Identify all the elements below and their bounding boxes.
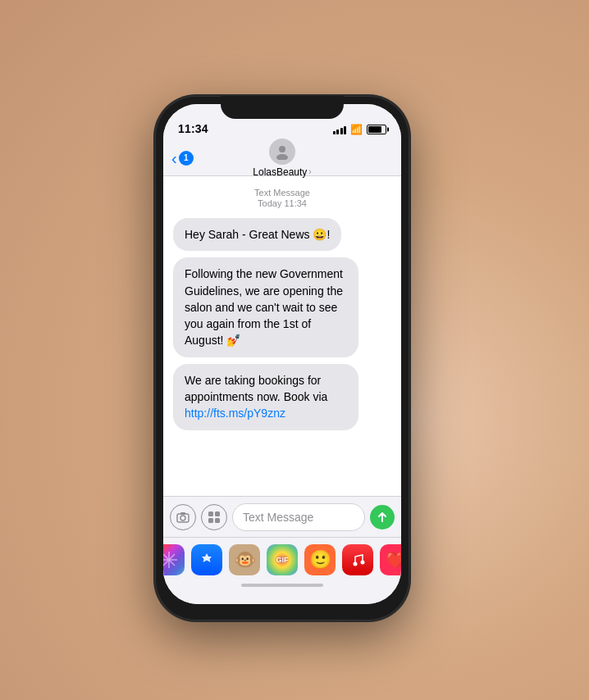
- signal-bar-4: [344, 126, 346, 134]
- status-time: 11:34: [178, 122, 208, 135]
- booking-link[interactable]: http://fts.ms/pY9znz: [185, 407, 285, 420]
- svg-point-3: [180, 516, 185, 520]
- svg-rect-4: [180, 512, 185, 515]
- send-button[interactable]: [370, 505, 395, 530]
- message-bubble-1: Hey Sarah - Great News 😀!: [173, 218, 341, 251]
- input-placeholder: Text Message: [243, 511, 313, 524]
- message-input[interactable]: Text Message: [232, 503, 365, 531]
- memoji-emoji: 🐵: [234, 549, 256, 570]
- screen: 11:34 📶 ‹ 1: [163, 104, 401, 604]
- svg-point-11: [361, 561, 365, 565]
- dock-apps: 🐵 GIF 🙂: [163, 538, 401, 575]
- dock-bar: 🐵 GIF 🙂: [163, 537, 401, 604]
- scene: 11:34 📶 ‹ 1: [0, 0, 589, 700]
- date-label: Text Message Today 11:34: [173, 188, 391, 208]
- svg-rect-6: [215, 511, 220, 516]
- back-button[interactable]: ‹ 1: [171, 150, 194, 166]
- svg-rect-8: [215, 518, 220, 523]
- chevron-icon: ›: [308, 167, 311, 176]
- dock-app-memoji[interactable]: 🐵: [229, 544, 260, 575]
- dock-app-fitness[interactable]: ❤️: [380, 544, 401, 575]
- dock-app-photos[interactable]: [163, 544, 185, 575]
- giphy-label: GIF: [276, 556, 289, 564]
- phone: 11:34 📶 ‹ 1: [155, 96, 409, 620]
- signal-bars-icon: [333, 125, 347, 134]
- input-bar: Text Message: [163, 496, 401, 537]
- status-icons: 📶: [333, 124, 387, 135]
- notch: [221, 96, 344, 119]
- battery-fill: [368, 126, 381, 133]
- messages-area: Text Message Today 11:34 Hey Sarah - Gre…: [163, 176, 401, 496]
- nav-center: LolasBeauty ›: [253, 139, 311, 178]
- dock-app-music[interactable]: [342, 544, 373, 575]
- home-indicator: [241, 584, 323, 587]
- signal-bar-1: [333, 131, 336, 134]
- dock-app-giphy[interactable]: GIF: [267, 544, 298, 575]
- bitmoji-emoji: 🙂: [309, 549, 331, 570]
- fitness-emoji: ❤️: [386, 550, 402, 570]
- camera-button[interactable]: [170, 504, 196, 530]
- dock-app-bitmoji[interactable]: 🙂: [304, 544, 336, 575]
- dock-app-appstore[interactable]: [191, 544, 222, 575]
- nav-bar: ‹ 1 LolasBeauty ›: [163, 140, 401, 176]
- svg-point-1: [276, 154, 288, 160]
- back-arrow-icon: ‹: [171, 150, 177, 166]
- signal-bar-3: [340, 128, 343, 134]
- contact-name[interactable]: LolasBeauty ›: [253, 166, 311, 178]
- apps-button[interactable]: [201, 504, 227, 530]
- svg-rect-7: [208, 518, 213, 523]
- message-bubble-3: We are taking bookings for appointments …: [173, 364, 358, 430]
- svg-point-0: [279, 146, 285, 152]
- svg-point-10: [354, 562, 358, 566]
- svg-rect-5: [208, 511, 213, 516]
- signal-bar-2: [336, 130, 339, 134]
- battery-icon: [367, 125, 386, 134]
- avatar: [269, 139, 295, 165]
- message-bubble-2: Following the new Government Guidelines,…: [173, 257, 358, 357]
- wifi-icon: 📶: [350, 124, 363, 135]
- back-badge: 1: [179, 151, 194, 166]
